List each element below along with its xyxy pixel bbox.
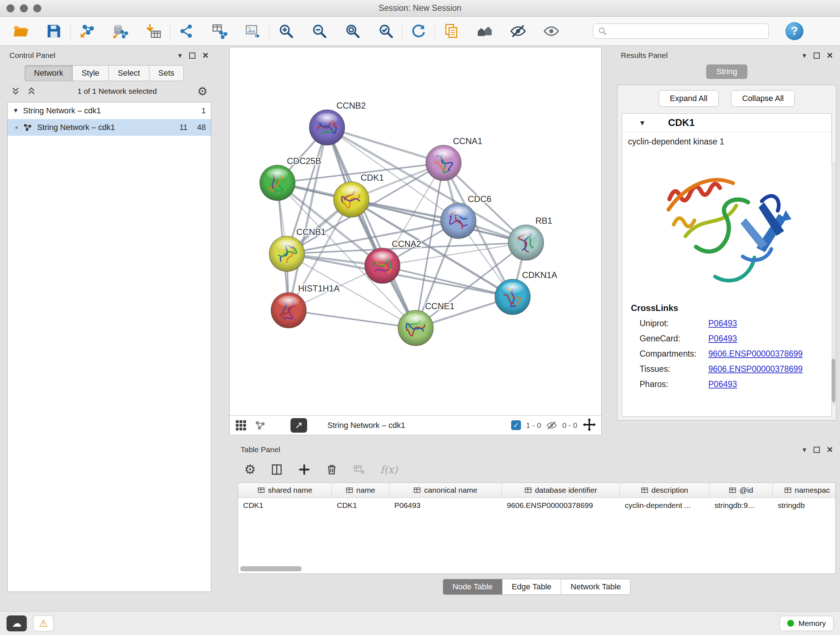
column-header-namespace[interactable]: namespac xyxy=(773,483,836,497)
birdseye-grid-icon[interactable] xyxy=(235,419,247,432)
cell-id[interactable]: stringdb:9... xyxy=(709,498,773,513)
create-column-plus-icon[interactable] xyxy=(298,463,311,476)
zoom-window-button[interactable] xyxy=(33,4,41,12)
export-image-icon[interactable] xyxy=(242,21,264,42)
panel-maximize-icon[interactable] xyxy=(189,52,195,59)
open-session-icon[interactable] xyxy=(10,21,31,42)
cell-namespace[interactable]: stringdb xyxy=(773,498,836,513)
cell-canonical-name[interactable]: P06493 xyxy=(389,498,502,513)
tab-style[interactable]: Style xyxy=(73,65,109,81)
collapse-all-button[interactable]: Collapse All xyxy=(731,90,795,107)
crosslink-uniprot-link[interactable]: P06493 xyxy=(708,318,737,328)
cell-name[interactable]: CDK1 xyxy=(332,498,389,513)
network-node-CDC6[interactable] xyxy=(441,203,476,239)
open-external-button[interactable]: ↗ xyxy=(291,418,307,432)
network-edge-HIST1H1A-CCNE1[interactable] xyxy=(289,310,416,328)
column-header-name[interactable]: name xyxy=(332,483,389,497)
crosslink-genecard-link[interactable]: P06493 xyxy=(708,334,737,344)
network-item-row[interactable]: ● String Network – cdk1 11 48 xyxy=(8,119,211,136)
table-settings-gear-icon[interactable]: ⚙ xyxy=(244,463,256,476)
panel-maximize-icon[interactable] xyxy=(813,447,820,453)
node-result-header[interactable]: ▼ CDK1 xyxy=(622,114,831,133)
network-canvas[interactable]: CCNB2CCNA1CDC25BCDK1CDC6RB1CCNB1CCNA2CDK… xyxy=(230,48,601,415)
expand-all-icon[interactable] xyxy=(26,86,37,97)
import-network-file-icon[interactable] xyxy=(76,21,97,42)
crosslink-compartments-link[interactable]: 9606.ENSP00000378699 xyxy=(708,349,803,359)
column-header-database-identifier[interactable]: database identifier xyxy=(502,483,620,497)
memory-button[interactable]: Memory xyxy=(780,616,834,631)
panel-float-icon[interactable]: ▾ xyxy=(803,445,806,454)
import-table-file-icon[interactable] xyxy=(143,21,164,42)
caret-down-icon[interactable]: ▼ xyxy=(13,107,19,114)
network-node-CCNB1[interactable] xyxy=(269,236,305,272)
results-vertical-scrollbar[interactable] xyxy=(831,161,836,406)
panel-float-icon[interactable]: ▾ xyxy=(803,51,806,60)
network-node-CCNA2[interactable] xyxy=(365,248,400,283)
caret-down-icon[interactable]: ▼ xyxy=(639,119,646,127)
show-eye-icon[interactable] xyxy=(541,21,562,42)
panel-float-icon[interactable]: ▾ xyxy=(178,51,182,60)
network-node-HIST1H1A[interactable] xyxy=(271,293,306,328)
selected-nodes-checkbox[interactable]: ✓ xyxy=(511,420,521,430)
save-session-icon[interactable] xyxy=(43,21,65,42)
column-header-id[interactable]: @id xyxy=(709,483,773,497)
network-edge-CCNB2-HIST1H1A[interactable] xyxy=(289,127,327,310)
crosslink-tissues-link[interactable]: 9606.ENSP00000378699 xyxy=(708,364,803,374)
panel-close-icon[interactable]: × xyxy=(827,445,833,455)
help-icon[interactable]: ? xyxy=(785,22,804,40)
delete-column-trash-icon[interactable] xyxy=(325,463,338,476)
copy-documents-icon[interactable] xyxy=(441,21,462,42)
network-node-CCNE1[interactable] xyxy=(398,310,433,346)
cloud-button[interactable]: ☁ xyxy=(6,616,27,631)
zoom-out-icon[interactable] xyxy=(309,21,330,42)
new-network-icon[interactable] xyxy=(176,21,197,42)
hide-annotations-icon[interactable] xyxy=(508,21,529,42)
show-columns-icon[interactable] xyxy=(270,463,283,476)
network-edge-CCNB2-CCNE1[interactable] xyxy=(327,127,416,328)
column-header-shared-name[interactable]: shared name xyxy=(238,483,332,497)
expand-all-button[interactable]: Expand All xyxy=(659,90,719,107)
tab-select[interactable]: Select xyxy=(109,65,149,81)
network-node-CDK1[interactable] xyxy=(333,182,369,217)
network-edge-CCNB2-CCNA1[interactable] xyxy=(327,127,444,163)
tab-network-table[interactable]: Network Table xyxy=(561,579,630,595)
network-node-RB1[interactable] xyxy=(508,225,544,260)
panel-close-icon[interactable]: × xyxy=(202,50,208,60)
zoom-fit-icon[interactable] xyxy=(342,21,363,42)
warnings-button[interactable]: ⚠ xyxy=(33,616,54,631)
tab-network[interactable]: Network xyxy=(25,65,73,81)
network-node-CDC25B[interactable] xyxy=(260,165,295,201)
panel-close-icon[interactable]: × xyxy=(827,50,833,60)
tab-edge-table[interactable]: Edge Table xyxy=(502,579,561,595)
pan-crosshair-icon[interactable] xyxy=(583,418,596,432)
cell-shared-name[interactable]: CDK1 xyxy=(238,498,332,513)
network-node-CCNB2[interactable] xyxy=(309,110,345,145)
home-views-icon[interactable] xyxy=(474,21,495,42)
import-network-database-icon[interactable] xyxy=(110,21,131,42)
cell-database-identifier[interactable]: 9606.ENSP00000378699 xyxy=(502,498,620,513)
table-horizontal-scrollbar[interactable] xyxy=(240,566,302,571)
collapse-all-icon[interactable] xyxy=(10,86,21,97)
minimize-window-button[interactable] xyxy=(20,4,28,12)
network-from-table-icon[interactable] xyxy=(209,21,230,42)
tab-string[interactable]: String xyxy=(706,65,747,79)
tab-sets[interactable]: Sets xyxy=(149,65,184,81)
crosslink-pharos-link[interactable]: P06493 xyxy=(708,379,737,389)
network-collection-row[interactable]: ▼ String Network – cdk1 1 xyxy=(8,103,211,119)
network-share-icon[interactable] xyxy=(254,419,267,432)
cell-description[interactable]: cyclin-dependent ... xyxy=(620,498,709,513)
network-node-CCNA1[interactable] xyxy=(426,145,461,181)
search-input[interactable] xyxy=(610,27,764,35)
close-window-button[interactable] xyxy=(6,4,14,12)
column-header-canonical-name[interactable]: canonical name xyxy=(389,483,502,497)
network-node-CDKN1A[interactable] xyxy=(495,279,531,315)
panel-maximize-icon[interactable] xyxy=(813,52,820,59)
zoom-selected-icon[interactable] xyxy=(375,21,396,42)
column-header-description[interactable]: description xyxy=(620,483,709,497)
refresh-icon[interactable] xyxy=(408,21,429,42)
search-field[interactable] xyxy=(593,24,769,39)
gear-icon[interactable]: ⚙ xyxy=(197,86,208,97)
tab-node-table[interactable]: Node Table xyxy=(443,579,502,595)
hidden-eye-icon[interactable] xyxy=(546,420,557,431)
zoom-in-icon[interactable] xyxy=(275,21,296,42)
